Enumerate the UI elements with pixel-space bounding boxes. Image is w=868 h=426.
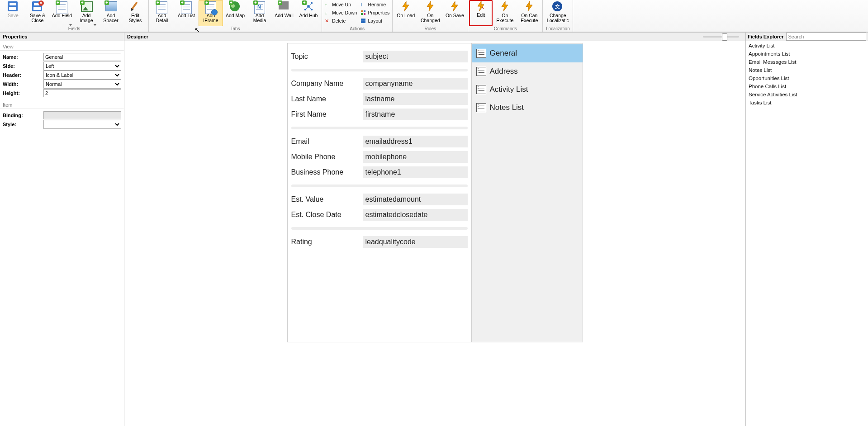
field-row[interactable]: Last Namelastname: [291, 91, 468, 107]
plus-icon: +: [80, 0, 85, 5]
field-group-spacer: [291, 227, 468, 230]
svg-rect-10: [364, 10, 365, 12]
field-row[interactable]: Company Namecompanyname: [291, 76, 468, 91]
chevron-down-icon: [94, 24, 96, 26]
field-binding: subject: [363, 51, 468, 62]
add-list-button[interactable]: + Add List: [174, 0, 199, 26]
add-spacer-button[interactable]: + Add Spacer: [99, 0, 123, 26]
field-row[interactable]: Est. Close Dateestimatedclosedate: [291, 207, 468, 222]
on-load-button[interactable]: On Load: [394, 0, 418, 26]
add-image-button[interactable]: + Add Image: [74, 0, 99, 26]
field-row[interactable]: Mobile Phonemobilephone: [291, 149, 468, 165]
plus-icon: +: [56, 0, 60, 5]
explorer-item[interactable]: Activity List: [749, 43, 865, 48]
explorer-item[interactable]: Appointments List: [749, 51, 865, 57]
ribbon-group-rules: On Load On Changed On Save Rules: [393, 0, 468, 32]
add-wall-button[interactable]: + Add Wall: [272, 0, 296, 26]
ribbon-group-label: Rules: [394, 26, 467, 32]
plus-icon: +: [229, 0, 233, 5]
add-iframe-button[interactable]: + Add IFrame: [199, 0, 223, 26]
tab-label: Address: [490, 67, 518, 76]
tab-item[interactable]: Address: [472, 62, 583, 80]
field-row[interactable]: Ratingleadqualitycode: [291, 234, 468, 250]
on-save-button[interactable]: On Save: [442, 0, 467, 26]
add-field-button[interactable]: + Add Field: [50, 0, 74, 26]
add-map-button[interactable]: + Add Map: [223, 0, 247, 26]
svg-rect-12: [364, 13, 365, 15]
prop-label-binding: Binding:: [3, 113, 42, 118]
pencil-icon: [131, 2, 138, 10]
explorer-item[interactable]: Service Activities List: [749, 92, 865, 97]
field-label: Rating: [291, 238, 359, 246]
edit-command-button[interactable]: Edit: [469, 0, 493, 26]
slider-thumb[interactable]: [722, 33, 727, 41]
on-execute-button[interactable]: On Execute: [493, 0, 517, 26]
field-row[interactable]: Emailemailaddress1: [291, 134, 468, 149]
delete-button[interactable]: ✕Delete: [325, 17, 357, 24]
fields-column: TopicsubjectCompany NamecompanynameLast …: [288, 43, 471, 342]
on-can-execute-button[interactable]: On Can Execute: [517, 0, 541, 26]
explorer-title: Fields Explorer: [748, 34, 783, 39]
field-row[interactable]: Est. Valueestimatedamount: [291, 192, 468, 207]
bolt-icon: [499, 1, 510, 12]
add-media-button[interactable]: N+ Add Media: [247, 0, 272, 26]
svg-line-6: [308, 3, 312, 6]
move-down-button[interactable]: ↓Move Down: [325, 9, 357, 16]
field-group-spacer: [291, 69, 468, 71]
prop-width-select[interactable]: Normal: [43, 80, 121, 89]
field-binding: lastname: [363, 93, 468, 105]
field-label: Last Name: [291, 95, 359, 103]
svg-rect-11: [361, 13, 363, 15]
field-row[interactable]: Business Phonetelephone1: [291, 165, 468, 180]
field-binding: firstname: [363, 109, 468, 120]
bolt-icon: [400, 1, 411, 12]
ribbon-group-label: Localization: [544, 26, 572, 32]
ribbon-group-label: Fields: [1, 26, 147, 32]
explorer-item[interactable]: Notes List: [749, 67, 865, 73]
properties-panel: Properties View Name: Side: Left Header:…: [0, 32, 124, 426]
svg-marker-19: [478, 1, 484, 11]
prop-name-input[interactable]: [43, 53, 121, 61]
prop-label-height: Height:: [3, 90, 42, 96]
prop-label-side: Side:: [3, 63, 42, 69]
explorer-item[interactable]: Tasks List: [749, 100, 865, 105]
explorer-item[interactable]: Opportunities List: [749, 76, 865, 81]
arrow-down-icon: ↓: [325, 10, 330, 15]
on-changed-button[interactable]: On Changed: [418, 0, 442, 26]
explorer-search-input[interactable]: [786, 33, 866, 41]
tab-item[interactable]: General: [472, 44, 583, 62]
edit-styles-button[interactable]: Edit Styles: [123, 0, 147, 26]
tab-icon: [476, 103, 486, 112]
zoom-slider[interactable]: [703, 36, 743, 38]
field-row[interactable]: First Namefirstname: [291, 107, 468, 122]
field-group-spacer: [291, 185, 468, 187]
tab-item[interactable]: Notes List: [472, 99, 583, 117]
designer-header: Designer: [124, 32, 745, 41]
rename-button[interactable]: IRename: [360, 1, 389, 8]
field-row[interactable]: Topicsubject: [291, 49, 468, 64]
prop-label-header: Header:: [3, 72, 42, 78]
svg-marker-17: [427, 1, 433, 11]
explorer-item[interactable]: Email Messages List: [749, 59, 865, 65]
move-up-button[interactable]: ↑Move Up: [325, 1, 357, 8]
change-localization-button[interactable]: 文 Change Localizatic: [544, 0, 572, 26]
svg-rect-13: [361, 19, 365, 20]
add-hub-button[interactable]: + Add Hub: [296, 0, 321, 26]
bolt-icon: [475, 1, 486, 12]
save-button[interactable]: Save: [1, 0, 25, 26]
add-detail-button[interactable]: + Add Detail: [150, 0, 174, 26]
ribbon-group-label: Commands: [469, 26, 541, 32]
prop-header-select[interactable]: Icon & Label: [43, 71, 121, 80]
layout-button[interactable]: Layout: [360, 17, 389, 24]
field-binding: estimatedclosedate: [363, 209, 468, 221]
tab-icon: [476, 49, 486, 58]
save-close-button[interactable]: ✕ Save & Close: [25, 0, 50, 26]
tab-icon: [476, 85, 486, 94]
prop-side-select[interactable]: Left: [43, 62, 121, 71]
tab-item[interactable]: Activity List: [472, 80, 583, 99]
properties-button[interactable]: Properties: [360, 9, 389, 16]
explorer-item[interactable]: Phone Calls List: [749, 84, 865, 89]
prop-height-input[interactable]: [43, 89, 121, 97]
prop-style-select[interactable]: [43, 120, 121, 129]
plus-icon: +: [180, 0, 185, 5]
